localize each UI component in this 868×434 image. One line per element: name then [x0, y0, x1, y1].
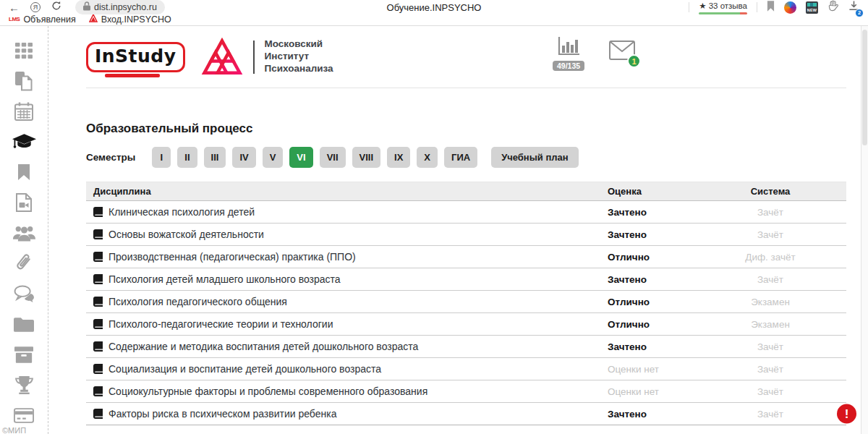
scrollbar[interactable] — [861, 26, 868, 434]
grade-value: Зачтено — [608, 274, 709, 285]
discipline-name: Психолого-педагогические теории и технол… — [109, 318, 333, 330]
address-bar[interactable]: dist.inpsycho.ru — [75, 0, 165, 14]
discipline-name: Социализация и воспитание детей дошкольн… — [109, 363, 381, 375]
mip-favicon — [89, 14, 98, 25]
discipline-name: Клиническая психология детей — [109, 206, 255, 218]
apps-grid-icon[interactable] — [0, 35, 48, 66]
hand-extension-icon[interactable] — [827, 0, 839, 15]
bookmark-announcements[interactable]: LMS Объявления — [9, 14, 76, 25]
discipline-name: Факторы риска в психическом развитии реб… — [109, 408, 336, 420]
book-icon — [93, 207, 103, 217]
grades-table: Дисциплина Оценка Система Клиническая пс… — [86, 182, 846, 425]
semester-button[interactable]: VIII — [352, 147, 381, 168]
book-icon — [93, 364, 103, 374]
browser-toolbar: ← Я dist.inpsycho.ru Обучение.INPSYCHO ★… — [0, 0, 868, 14]
semester-button[interactable]: Учебный план — [491, 147, 578, 168]
grades-table-body: Клиническая психология детей Зачтено Зач… — [86, 201, 846, 425]
table-header-row: Дисциплина Оценка Система — [86, 182, 846, 201]
bookmarks-bar: LMS Объявления Вход.INPSYCHO — [0, 14, 868, 26]
chat-icon[interactable] — [0, 278, 48, 309]
table-row[interactable]: Производственная (педагогическая) практи… — [86, 246, 846, 268]
documents-icon[interactable] — [0, 66, 48, 96]
new-extension-icon[interactable]: NEW — [806, 1, 818, 14]
grade-value: Зачтено — [608, 229, 709, 240]
copyright-label: ©МИП — [2, 426, 26, 434]
trophy-icon[interactable] — [0, 370, 48, 400]
semester-button[interactable]: ГИА — [444, 147, 477, 168]
grade-value: Оценки нет — [608, 386, 709, 397]
table-row[interactable]: Факторы риска в психическом развитии реб… — [86, 403, 846, 425]
semester-selector: Семестры IIIIIIIVVVIVIIVIIIIXXГИАУчебный… — [86, 147, 846, 168]
divider — [689, 2, 689, 12]
sidebar: ©МИП — [0, 26, 48, 434]
grade-value: Зачтено — [608, 207, 709, 218]
graduation-cap-icon[interactable] — [0, 127, 48, 157]
semester-button[interactable]: VII — [320, 147, 346, 168]
discipline-name: Производственная (педагогическая) практи… — [109, 251, 356, 263]
system-value: Зачёт — [709, 207, 832, 218]
calendar-icon[interactable] — [0, 96, 48, 127]
video-file-icon[interactable] — [0, 187, 48, 218]
discipline-name: Содержание и методика воспитания детей д… — [109, 341, 418, 352]
header-grade: Оценка — [608, 186, 709, 197]
reviews-widget[interactable]: ★ 33 отзыва — [699, 1, 747, 14]
system-value: Зачёт — [709, 274, 832, 285]
folder-icon[interactable] — [0, 309, 48, 339]
star-icon: ★ — [699, 1, 706, 10]
table-row[interactable]: Психология педагогического общения Отлич… — [86, 291, 846, 313]
download-icon[interactable]: 2 — [848, 1, 859, 14]
page-title: Образовательный процесс — [86, 122, 846, 136]
download-badge: 2 — [855, 9, 864, 17]
system-value: Зачёт — [709, 386, 832, 397]
alert-icon[interactable]: ! — [837, 404, 856, 424]
header-system: Система — [709, 186, 832, 197]
bookmark-login[interactable]: Вход.INPSYCHO — [89, 14, 171, 25]
logo-divider — [253, 41, 255, 74]
page-header: InStudy Московский Институт — [86, 26, 846, 88]
mip-logo-icon[interactable] — [201, 37, 243, 77]
bookmark-icon[interactable] — [0, 157, 48, 187]
reload-icon[interactable] — [51, 1, 61, 14]
table-row[interactable]: Социализация и воспитание детей дошкольн… — [86, 358, 846, 380]
system-value: Экзамен — [709, 297, 832, 307]
lock-icon — [83, 1, 90, 13]
table-row[interactable]: Основы вожатской деятельности Зачтено За… — [86, 224, 846, 246]
table-row[interactable]: Социокультурные факторы и проблемы совре… — [86, 380, 846, 403]
semester-button[interactable]: II — [177, 147, 197, 168]
archive-icon[interactable] — [0, 339, 48, 370]
book-icon — [93, 386, 103, 396]
instudy-logo[interactable]: InStudy — [86, 42, 185, 72]
users-icon[interactable] — [0, 218, 48, 248]
book-icon — [93, 229, 103, 239]
paperclip-icon[interactable] — [0, 248, 48, 278]
semester-button[interactable]: IX — [387, 147, 410, 168]
semester-button[interactable]: III — [204, 147, 226, 168]
book-icon — [93, 341, 103, 352]
semester-button[interactable]: VI — [289, 147, 312, 168]
semester-button[interactable]: IV — [232, 147, 255, 168]
yandex-icon[interactable]: Я — [30, 2, 41, 12]
divider — [757, 2, 757, 12]
bookmark-flag-icon[interactable] — [767, 1, 775, 14]
semester-buttons: IIIIIIIVVVIVIIVIIIIXXГИАУчебный план — [152, 147, 578, 168]
semester-button[interactable]: I — [152, 147, 171, 168]
semester-button[interactable]: V — [263, 147, 284, 168]
grade-value: Отлично — [608, 319, 709, 330]
back-icon[interactable]: ← — [9, 2, 20, 13]
system-value: Зачёт — [709, 409, 832, 420]
system-value: Диф. зачёт — [709, 252, 832, 263]
table-row[interactable]: Клиническая психология детей Зачтено Зач… — [86, 201, 846, 224]
browser-extension-icon[interactable] — [784, 1, 796, 14]
lms-icon: LMS — [9, 16, 20, 22]
mail-widget[interactable]: 1 — [609, 41, 635, 63]
progress-badge: 49/135 — [553, 61, 584, 71]
rating-bar — [699, 12, 747, 14]
table-row[interactable]: Содержание и методика воспитания детей д… — [86, 336, 846, 358]
table-row[interactable]: Психолого-педагогические теории и технол… — [86, 313, 846, 336]
progress-widget[interactable]: 49/135 — [553, 37, 584, 71]
scrollbar-thumb[interactable] — [862, 30, 867, 145]
bar-chart-icon — [558, 37, 579, 59]
system-value: Экзамен — [709, 319, 832, 330]
table-row[interactable]: Психология детей младшего школьного возр… — [86, 268, 846, 291]
semester-button[interactable]: X — [417, 147, 438, 168]
